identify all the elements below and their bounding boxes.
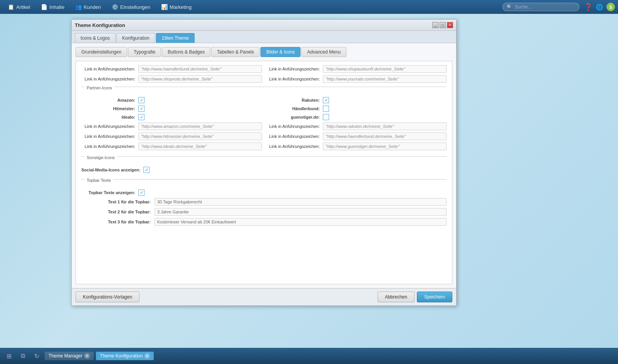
notification-badge: 5 [606,3,615,11]
guenstiger-label: guenstiger.de: [266,115,320,119]
idealo-checkbox[interactable] [138,114,144,120]
top-link-right-2: Link in Anführungszeichen: [266,75,447,83]
einstellungen-icon: ⚙️ [112,4,118,10]
taskbar-tab-theme-manager-label: Theme Manager [49,353,82,359]
rakuten-link-input[interactable] [323,122,447,130]
topbar-show-checkbox[interactable] [138,190,144,196]
content-panel[interactable]: Link in Anführungszeichen: Link in Anfüh… [76,61,452,284]
amazon-link-field: Link in Anführungszeichen: [81,122,262,130]
haendlerbund-link-input[interactable] [323,133,447,140]
idealo-label: Idealo: [81,115,135,119]
topbar-text3-label: Text 3 für die Topbar: [81,220,151,224]
sonstige-icons-header: Sonstige-Icons [81,156,447,163]
window-content: Grundeinstellungen Typografie Buttons & … [72,43,456,288]
topbar-text3-input[interactable] [154,218,447,226]
guenstiger-link-field: Link in Anführungszeichen: [266,143,447,150]
tab-tabellen-panels[interactable]: Tabellen & Panels [211,47,260,57]
tab-konfiguration[interactable]: Konfiguration [116,33,155,43]
window-controls: _ □ ✕ [432,22,453,28]
hitmeister-link-label: Link in Anführungszeichen: [81,134,135,139]
tab-advanced-menu[interactable]: Advanced Menu [301,47,346,57]
nav-artikel[interactable]: 📋 Artikel [3,2,35,12]
amazon-field: Amazon: [81,97,262,103]
taskbar-tab-theme-manager[interactable]: Theme Manager ✕ [45,352,94,360]
restore-button[interactable]: □ [440,22,446,28]
guenstiger-checkbox[interactable] [323,114,329,120]
top-link-right-1: Link in Anführungszeichen: [266,65,447,73]
close-button[interactable]: ✕ [447,22,453,28]
haendlerbund-checkbox[interactable] [323,106,329,112]
nav-marketing[interactable]: 📊 Marketing [156,2,196,12]
top-link-right-2-label: Link in Anführungszeichen: [266,77,320,81]
taskbar-tab-theme-konfiguration[interactable]: Theme Konfiguration ✕ [96,352,154,360]
top-link-left-1-input[interactable] [138,65,262,73]
top-link-right-1-input[interactable] [323,65,447,73]
window-footer: Konfigurations-Vorlagen Abbrechen Speich… [72,288,456,305]
hitmeister-link-input[interactable] [138,133,262,140]
topbar-show-field: Topbar Texte anzeigen: [81,190,262,196]
top-link-left-2-input[interactable] [138,75,262,83]
window-titlebar: Theme Konfiguration _ □ ✕ [72,20,456,31]
partner-checkboxes-row-2: Hitmeister: Händlerbund: [81,106,447,112]
help-icon[interactable]: ❓ [584,3,593,11]
partner-link-row-2: Link in Anführungszeichen: Link in Anfüh… [81,133,447,140]
save-button[interactable]: Speichern [417,292,452,302]
social-media-checkbox[interactable] [143,167,149,173]
tab-typografie[interactable]: Typografie [128,47,161,57]
topbar-text1-input[interactable] [154,198,447,206]
top-link-left-1: Link in Anführungszeichen: [81,65,262,73]
minimize-button[interactable]: _ [432,22,438,28]
tab-icons-logos[interactable]: Icons & Logos [75,33,116,43]
hitmeister-checkbox[interactable] [138,106,144,112]
tab-bilder-icons[interactable]: Bilder & Icons [260,47,301,57]
tab-grundeinstellungen[interactable]: Grundeinstellungen [76,47,127,57]
top-link-row-1: Link in Anführungszeichen: Link in Anfüh… [81,65,447,73]
partner-icons-header: Partner-Icons [81,87,447,93]
rakuten-field: Rakuten: [266,97,447,103]
rakuten-checkbox[interactable] [323,97,329,103]
partner-checkboxes-row-1: Amazon: Rakuten: [81,97,447,103]
cancel-button[interactable]: Abbrechen [378,292,415,302]
artikel-icon: 📋 [8,4,14,10]
search-box[interactable]: 🔍 [502,3,579,11]
topbar-text1-label: Text 1 für die Topbar: [81,200,151,204]
topbar-texte-section: Topbar Texte Topbar Texte anzeigen: Text… [81,179,447,226]
amazon-link-input[interactable] [138,122,262,130]
marketing-icon: 📊 [161,4,168,10]
config-vorlagen-button[interactable]: Konfigurations-Vorlagen [76,292,139,302]
tab-buttons-badges[interactable]: Buttons & Badges [162,47,210,57]
taskbar-refresh-icon[interactable]: ↻ [31,350,42,362]
taskbar-tab-theme-konfiguration-close[interactable]: ✕ [144,353,150,359]
haendlerbund-link-field: Link in Anführungszeichen: [266,133,447,140]
haendlerbund-label: Händlerbund: [266,106,320,111]
taskbar-apps-icon[interactable]: ⊞ [3,350,15,362]
taskbar-tab-theme-manager-close[interactable]: ✕ [84,353,90,359]
partner-link-row-3: Link in Anführungszeichen: Link in Anfüh… [81,143,447,150]
nav-kunden[interactable]: 👥 Kunden [71,2,106,12]
social-media-label: Social-Media-Icons anzeigen: [81,168,140,172]
topbar-text2-row: Text 2 für die Topbar: [81,208,447,216]
top-link-left-2-label: Link in Anführungszeichen: [81,77,135,81]
amazon-checkbox[interactable] [138,97,144,103]
top-navigation: 📋 Artikel 📄 Inhalte 👥 Kunden ⚙️ Einstell… [0,0,618,14]
top-link-right-2-input[interactable] [323,75,447,83]
search-input[interactable] [515,4,573,10]
theme-konfiguration-window: Theme Konfiguration _ □ ✕ Icons & Logos … [71,19,457,306]
topbar-text2-input[interactable] [154,208,447,216]
nav-inhalte[interactable]: 📄 Inhalte [36,2,69,12]
kunden-icon: 👥 [75,4,82,10]
idealo-link-input[interactable] [138,143,262,150]
tab-19ten-theme[interactable]: 19ten Theme [156,33,195,43]
taskbar-windows-icon[interactable]: ⧉ [17,350,29,362]
tabs-level1: Icons & Logos Konfiguration 19ten Theme [72,31,456,43]
nav-right: ❓ 🌐 5 [584,3,615,11]
topbar-show-label: Topbar Texte anzeigen: [81,190,135,195]
sonstige-icons-section: Sonstige-Icons Social-Media-Icons anzeig… [81,156,447,173]
guenstiger-link-input[interactable] [323,143,447,150]
top-link-right-1-label: Link in Anführungszeichen: [266,67,320,71]
haendlerbund-field: Händlerbund: [266,106,447,112]
nav-einstellungen[interactable]: ⚙️ Einstellungen [107,2,155,12]
topbar-texte-header: Topbar Texte [81,179,447,186]
hitmeister-field: Hitmeister: [81,106,262,112]
taskbar-tab-theme-konfiguration-label: Theme Konfiguration [100,353,143,359]
